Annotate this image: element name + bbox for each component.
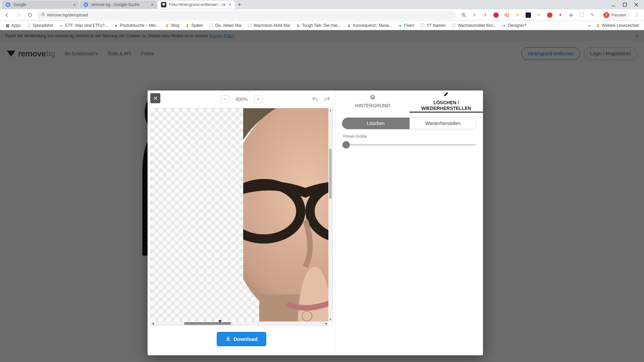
bookmark-favicon: 📄 xyxy=(209,23,214,28)
browser-tab[interactable]: Foto-Hintergrund entfernen – re × xyxy=(158,1,235,9)
bookmark-item[interactable]: ●Fiverr xyxy=(395,22,417,29)
scroll-up-arrow[interactable]: ▲ xyxy=(328,108,332,112)
address-bar-icons: ☆ ⬆ IQ ⚡ ✂ ✦ ⊕ ⛶ ✎ T Pausiert ⋮ xyxy=(459,11,641,19)
undo-redo-controls xyxy=(311,95,331,104)
restore-toggle[interactable]: Wiederherstellen xyxy=(410,118,477,129)
scroll-left-arrow[interactable]: ◀ xyxy=(151,321,155,325)
bookmark-favicon: ● xyxy=(59,23,64,28)
tab-bar: G Google × G remove bg - Google-Suche × … xyxy=(0,0,644,9)
tab-erase-restore[interactable]: LÖSCHEN / WIEDERHERSTELLEN xyxy=(410,90,483,113)
google-favicon: G xyxy=(5,2,11,7)
brush-size-slider[interactable] xyxy=(343,140,476,149)
window-close-button[interactable] xyxy=(634,2,639,7)
extension-icon[interactable] xyxy=(525,12,531,18)
tab-background[interactable]: HINTERGRUND xyxy=(336,90,410,113)
extension-icon[interactable]: ⛶ xyxy=(579,12,585,18)
horizontal-scrollbar[interactable]: ◀ ▶ xyxy=(151,321,328,325)
bookmark-favicon: ● xyxy=(501,23,507,28)
removebg-favicon xyxy=(161,2,166,7)
bookmark-item[interactable]: ●Produktsuche – Mer... xyxy=(111,22,161,29)
bookmark-item[interactable]: ●Designer? xyxy=(499,22,529,29)
editor-left-panel: ✕ − 400% + xyxy=(148,90,335,355)
folder-icon: ▮ xyxy=(595,23,600,28)
close-icon[interactable]: × xyxy=(151,2,154,7)
extension-icon[interactable] xyxy=(547,12,553,18)
browser-menu-button[interactable]: ⋮ xyxy=(634,12,639,18)
close-icon[interactable]: × xyxy=(73,2,76,7)
page-content: Durch die Verwendung von remove.bg stimm… xyxy=(0,30,644,362)
profile-label: Pausiert xyxy=(611,13,626,17)
bookmark-favicon: a xyxy=(296,23,301,28)
browser-tab[interactable]: G Google × xyxy=(2,1,79,9)
apps-button[interactable]: ▦Apps xyxy=(3,22,22,29)
scroll-right-arrow[interactable]: ▶ xyxy=(324,321,328,325)
google-favicon: G xyxy=(83,2,89,7)
extension-icon[interactable]: IQ xyxy=(504,12,510,18)
bookmark-item[interactable]: aTough Talk: Die rhet... xyxy=(293,22,343,29)
slider-thumb[interactable] xyxy=(342,141,350,148)
close-icon[interactable]: × xyxy=(229,2,231,7)
close-editor-button[interactable]: ✕ xyxy=(150,93,160,103)
bookmark-item[interactable]: 📄YT Namen xyxy=(418,22,448,29)
horizontal-scroll-thumb[interactable] xyxy=(184,322,231,325)
svg-text:G: G xyxy=(7,3,9,6)
extension-icon[interactable]: ✂ xyxy=(536,12,542,18)
extension-icon[interactable] xyxy=(493,12,499,18)
bookmark-item[interactable]: 📄Div. Aktien Mai xyxy=(207,22,244,29)
lock-icon xyxy=(41,12,45,17)
more-bookmarks[interactable]: ▮Weitere Lesezeichen xyxy=(593,22,641,29)
bookmark-item[interactable]: ▮Blog xyxy=(162,22,181,29)
bookmark-favicon: 📄 xyxy=(26,23,31,28)
tab-title: Foto-Hintergrund entfernen – re xyxy=(169,2,227,7)
reload-button[interactable] xyxy=(25,11,34,19)
bookmarks-overflow[interactable]: » xyxy=(588,23,590,28)
forward-button[interactable] xyxy=(14,11,23,19)
bookmark-favicon: 📄 xyxy=(420,23,425,28)
bookmark-item[interactable]: 📄Spreadshirt xyxy=(24,22,55,29)
back-button[interactable] xyxy=(3,11,11,19)
extension-icon[interactable]: ⊕ xyxy=(568,12,574,18)
zoom-icon[interactable] xyxy=(461,12,467,18)
zoom-controls: − 400% + xyxy=(148,90,335,108)
svg-rect-9 xyxy=(42,14,44,16)
undo-button[interactable] xyxy=(311,95,319,104)
url-text: remove.bg/de/upload xyxy=(47,12,88,17)
download-button[interactable]: Download xyxy=(217,332,266,346)
address-bar: remove.bg/de/upload ☆ ⬆ IQ ⚡ ✂ ✦ ⊕ ⛶ ✎ T… xyxy=(0,9,644,21)
zoom-in-button[interactable]: + xyxy=(254,95,262,103)
zoom-out-button[interactable]: − xyxy=(221,95,229,103)
minimize-button[interactable] xyxy=(611,2,616,7)
star-icon[interactable]: ☆ xyxy=(472,12,478,18)
bookmark-item[interactable]: aKonsequenz!: Mana... xyxy=(344,22,394,29)
folder-icon: ▮ xyxy=(164,23,170,28)
extension-icon[interactable]: ✎ xyxy=(590,12,596,18)
editor-canvas[interactable]: ▲ ▼ ◀ ▶ ➤ xyxy=(150,108,333,326)
extension-icon[interactable]: ⬆ xyxy=(482,12,488,18)
bookmark-favicon: 📄 xyxy=(247,23,252,28)
bookmark-item[interactable]: ▮Später xyxy=(182,22,205,29)
editor-modal: ✕ − 400% + xyxy=(148,90,483,355)
zoom-level: 400% xyxy=(234,97,249,102)
vertical-scroll-thumb[interactable] xyxy=(329,148,332,199)
bookmark-item[interactable]: ●ETF: Was sind ETFs?... xyxy=(57,22,110,29)
bookmark-item[interactable]: 📄Wachstumstitel fürs... xyxy=(449,22,498,29)
layers-icon xyxy=(370,94,376,102)
editor-right-panel: HINTERGRUND LÖSCHEN / WIEDERHERSTELLEN L… xyxy=(335,90,483,355)
erase-restore-toggle: Löschen Wiederherstellen xyxy=(342,117,477,129)
redo-button[interactable] xyxy=(323,95,331,104)
bookmark-item[interactable]: 📄Wachstum Aktie Mai xyxy=(245,22,292,29)
url-input[interactable]: remove.bg/de/upload xyxy=(37,11,456,19)
vertical-scrollbar[interactable]: ▲ ▼ xyxy=(328,108,332,321)
extension-icon[interactable]: ⚡ xyxy=(515,12,521,18)
maximize-button[interactable] xyxy=(623,2,627,7)
svg-rect-6 xyxy=(623,3,627,6)
profile-avatar: T xyxy=(603,12,609,18)
tab-title: Google xyxy=(13,2,71,7)
folder-icon: ▮ xyxy=(184,23,190,28)
profile-chip[interactable]: T Pausiert xyxy=(600,11,629,19)
erase-toggle[interactable]: Löschen xyxy=(342,118,410,129)
new-tab-button[interactable]: + xyxy=(235,1,244,9)
extension-icon[interactable]: ✦ xyxy=(557,12,564,18)
scroll-down-arrow[interactable]: ▼ xyxy=(328,317,332,321)
browser-tab[interactable]: G remove bg - Google-Suche × xyxy=(80,1,157,9)
